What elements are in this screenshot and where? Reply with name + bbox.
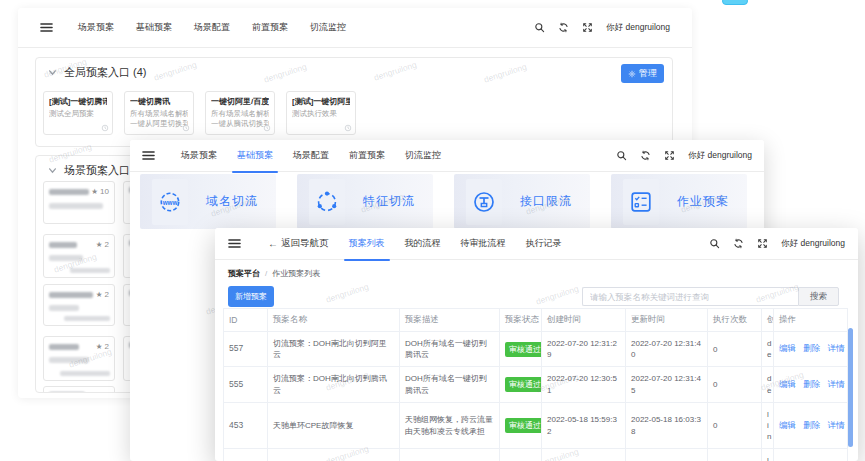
cell-plan-name: 切流预案：DOH南北向切到腾讯云 [268, 367, 400, 402]
basic-plan-card-feature[interactable]: 特征切流 [297, 174, 433, 229]
cell-created: 2022-07-20 12:31:29 [542, 332, 626, 367]
search-button[interactable]: 搜索 [798, 287, 839, 306]
refresh-icon[interactable] [558, 22, 569, 33]
cell-created: 2022-05-18 15:59:32 [542, 402, 626, 449]
cell-exec-count: 0 [708, 402, 762, 449]
global-plan-card[interactable]: 一键切阿里/百度 所有场景域名解析， 一键从腾讯切换到阿 [205, 91, 275, 135]
delete-link[interactable]: 删除 [803, 343, 820, 353]
search-icon[interactable] [709, 238, 720, 249]
cell-actions: 编辑 删除 详情 [774, 402, 848, 449]
chevron-down-icon[interactable] [48, 166, 57, 175]
scene-plan-card[interactable]: 2 [43, 234, 115, 278]
delete-link[interactable]: 删除 [803, 420, 820, 430]
cell-plan-desc: DOH所有域名一键切到腾讯云 [400, 367, 500, 402]
cell-exec-count: 0 [708, 367, 762, 402]
menu-icon[interactable] [40, 22, 53, 33]
plan-table: ID 预案名称 预案描述 预案状态 创建时间 更新时间 执行次数 创 操作 55… [223, 308, 847, 461]
nav-scene-plan[interactable]: 场景预案 [181, 147, 217, 164]
user-greeting[interactable]: 你好 dengruilong [688, 150, 752, 162]
table-row: 557 切流预案：DOH南北向切到阿里云 DOH所有域名一键切到腾讯云 审核通过… [224, 332, 848, 367]
fullscreen-icon[interactable] [582, 22, 593, 33]
cell-actions: 编辑 删除 详情 [774, 332, 848, 367]
col-created: 创建时间 [542, 309, 626, 332]
tab-pending-approval[interactable]: 待审批流程 [461, 235, 506, 252]
edit-link[interactable]: 编辑 [779, 420, 796, 430]
nav-pre-plan[interactable]: 前置预案 [349, 147, 385, 164]
chevron-down-icon[interactable] [48, 68, 57, 77]
menu-icon[interactable] [228, 238, 241, 249]
cell-creator: de [762, 332, 774, 367]
search-icon[interactable] [616, 150, 627, 161]
api-gateway-icon [466, 179, 502, 225]
back-to-nav-link[interactable]: 返回导航页 [268, 237, 329, 250]
basic-plan-card-job[interactable]: 作业预案 [611, 174, 747, 229]
edit-link[interactable]: 编辑 [779, 343, 796, 353]
nav-scene-plan[interactable]: 场景预案 [78, 19, 114, 36]
scene-plan-card[interactable]: 2 [43, 284, 115, 326]
cell-plan-name: 天驰单环CPE故障注入 [268, 449, 400, 461]
nav-basic-plan[interactable]: 基础预案 [237, 147, 273, 164]
tab-my-flows[interactable]: 我的流程 [405, 235, 441, 252]
manage-button[interactable]: 管理 [621, 64, 664, 83]
nav-scene-config[interactable]: 场景配置 [293, 147, 329, 164]
cell-id: 453 [224, 402, 268, 449]
edit-link[interactable]: 编辑 [779, 379, 796, 389]
cell-actions: 编辑 删除 详情 [774, 449, 848, 461]
front-window-nav: 返回导航页 预案列表 我的流程 待审批流程 执行记录 你好 dengruilon… [215, 228, 858, 260]
global-plan-card[interactable]: 一键切腾讯 所有场景域名解析， 一键从阿里切换到腾 [124, 91, 194, 135]
clock-icon [263, 124, 271, 132]
clock-icon [182, 124, 190, 132]
back-window-nav: 场景预案 基础预案 场景配置 前置预案 切流监控 你好 dengruilong [18, 8, 692, 48]
www-globe-icon [152, 179, 188, 225]
breadcrumb: 预案平台 / 作业预案列表 [215, 260, 858, 279]
global-plan-card[interactable]: [测试]一键切腾讯 测试全局预案 [43, 91, 113, 135]
fullscreen-icon[interactable] [757, 238, 768, 249]
user-greeting[interactable]: 你好 dengruilong [781, 238, 845, 250]
scene-plan-card[interactable]: 10 [43, 181, 115, 224]
cell-updated: 2022-05-18 16:03:38 [626, 402, 708, 449]
plan-search-input[interactable] [582, 287, 798, 306]
share-nodes-icon [309, 179, 345, 225]
search-icon[interactable] [534, 22, 545, 33]
user-greeting[interactable]: 你好 dengruilong [606, 22, 670, 34]
cell-id: 555 [224, 367, 268, 402]
cell-creator: de [762, 367, 774, 402]
menu-icon[interactable] [142, 150, 155, 161]
detail-link[interactable]: 详情 [827, 379, 844, 389]
detail-link[interactable]: 详情 [827, 420, 844, 430]
table-row: 451 天驰单环CPE故障注入 天驰组网不可用，跨云流量由凌云专线承担 审核通过… [224, 449, 848, 461]
cell-id: 557 [224, 332, 268, 367]
delete-link[interactable]: 删除 [803, 379, 820, 389]
status-badge: 审核通过 [505, 418, 542, 433]
fullscreen-icon[interactable] [664, 150, 675, 161]
section-title-global: 全局预案入口 (4) [64, 65, 147, 80]
nav-basic-plan[interactable]: 基础预案 [136, 19, 172, 36]
cell-exec-count: 0 [708, 332, 762, 367]
basic-plan-card-api[interactable]: 接口限流 [454, 174, 590, 229]
col-exec-count: 执行次数 [708, 309, 762, 332]
scene-plan-card[interactable]: 2 [43, 336, 115, 381]
global-plan-card[interactable]: [测试]一键切阿里 测试执行效果 [286, 91, 356, 135]
breadcrumb-current: 作业预案列表 [272, 268, 320, 279]
cell-id: 451 [224, 449, 268, 461]
tab-plan-list[interactable]: 预案列表 [349, 235, 385, 252]
basic-plan-card-domain[interactable]: 域名切流 [140, 174, 276, 229]
nav-pre-plan[interactable]: 前置预案 [252, 19, 288, 36]
detail-link[interactable]: 详情 [827, 343, 844, 353]
refresh-icon[interactable] [640, 150, 651, 161]
global-plan-panel: 全局预案入口 (4) 管理 [测试]一键切腾讯 测试全局预案 一键切腾讯 所有场… [35, 57, 673, 147]
refresh-icon[interactable] [733, 238, 744, 249]
add-plan-button[interactable]: 新增预案 [228, 286, 274, 307]
vertical-scrollbar[interactable] [848, 328, 853, 447]
star-count: 2 [96, 240, 109, 249]
cell-actions: 编辑 删除 详情 [774, 367, 848, 402]
table-row: 555 切流预案：DOH南北向切到腾讯云 DOH所有域名一键切到腾讯云 审核通过… [224, 367, 848, 402]
nav-scene-config[interactable]: 场景配置 [194, 19, 230, 36]
col-creator: 创 [762, 309, 774, 332]
star-count: 2 [96, 290, 109, 299]
nav-flow-monitor[interactable]: 切流监控 [405, 147, 441, 164]
nav-flow-monitor[interactable]: 切流监控 [310, 19, 346, 36]
breadcrumb-root[interactable]: 预案平台 [228, 268, 260, 279]
tab-execution-records[interactable]: 执行记录 [526, 235, 562, 252]
scene-plan-card[interactable] [43, 386, 115, 393]
